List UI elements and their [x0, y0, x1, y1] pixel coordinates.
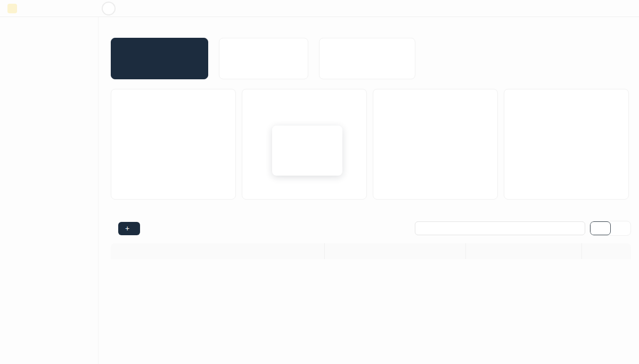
tokens-chart[interactable] — [513, 101, 622, 181]
set-up-tracing-card[interactable] — [219, 38, 308, 79]
tokens-card — [504, 89, 629, 200]
search-box — [415, 221, 585, 235]
sidebar-section-label — [0, 24, 98, 35]
chevron-down-icon — [86, 5, 92, 12]
requests-card — [111, 89, 236, 200]
search-icon[interactable] — [572, 225, 580, 232]
main-content: + — [99, 0, 639, 259]
chart-tooltip — [272, 126, 342, 176]
create-new-prompt-button[interactable]: + — [118, 222, 140, 235]
card-view-icon — [617, 224, 625, 233]
create-custom-workflow-card[interactable] — [319, 38, 415, 79]
card-view-button[interactable] — [611, 221, 630, 235]
workspace-avatar — [7, 4, 17, 13]
top-bar — [0, 0, 639, 17]
application-header: + — [111, 221, 631, 236]
cost-card — [373, 89, 498, 200]
view-toggle — [589, 221, 631, 236]
info-icon[interactable] — [193, 65, 200, 72]
cost-chart[interactable] — [382, 101, 491, 181]
info-icon[interactable] — [400, 65, 407, 72]
table-settings-gear-icon[interactable] — [606, 247, 613, 255]
table-view-icon — [596, 224, 605, 233]
get-started-cards — [111, 38, 631, 79]
workspace-selector[interactable] — [0, 4, 99, 13]
sidebar — [0, 17, 99, 364]
sidebar-toggle-button[interactable] — [102, 2, 116, 15]
sidebar-footer-nav — [0, 361, 98, 364]
info-icon[interactable] — [293, 65, 300, 72]
applications-table — [111, 243, 631, 259]
table-header — [111, 243, 631, 259]
plus-icon: + — [125, 225, 129, 232]
legend-dot — [278, 164, 284, 170]
rocket-icon — [119, 44, 128, 54]
create-new-prompt-card[interactable] — [111, 38, 208, 79]
panel-icon — [105, 5, 112, 12]
tracing-icon — [227, 44, 236, 54]
latency-card — [242, 89, 367, 200]
column-name[interactable] — [111, 243, 325, 259]
table-view-button[interactable] — [590, 221, 611, 235]
requests-chart[interactable] — [120, 101, 230, 181]
column-type[interactable] — [466, 243, 582, 259]
column-date-modified[interactable] — [325, 243, 466, 259]
cursor-icon — [286, 140, 296, 151]
stats-cards — [111, 89, 631, 200]
search-input[interactable] — [420, 224, 572, 233]
